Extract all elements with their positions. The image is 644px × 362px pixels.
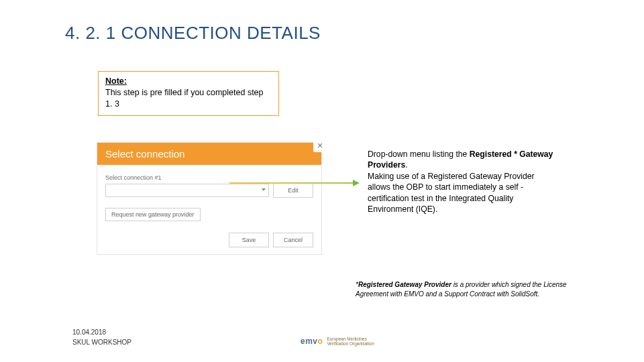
- panel-title: Select connection: [105, 148, 184, 160]
- dropdown-description: Drop-down menu listing the Registered * …: [368, 149, 555, 215]
- desc-period: .: [405, 160, 407, 170]
- request-gateway-button[interactable]: Request new gateway provider: [105, 208, 201, 221]
- footer-event: SKUL WORKSHOP: [72, 337, 131, 347]
- logo-mark: emvo: [301, 337, 323, 346]
- connection-field-label: Select connection #1: [105, 174, 313, 181]
- chevron-down-icon: [262, 188, 266, 191]
- footnote: *Registered Gateway Provider is a provid…: [356, 280, 577, 298]
- connection-select[interactable]: [105, 184, 269, 197]
- connection-field-row: Edit: [105, 183, 313, 198]
- cancel-button[interactable]: Cancel: [273, 233, 313, 247]
- section-heading: 4. 2. 1 CONNECTION DETAILS: [65, 23, 321, 44]
- close-icon[interactable]: ×: [313, 139, 327, 152]
- panel-footer: Save Cancel: [229, 233, 313, 247]
- desc-line2: Making use of a Registered Gateway Provi…: [368, 172, 535, 214]
- note-label: Note:: [105, 76, 272, 87]
- logo-accent: o: [318, 337, 323, 346]
- footer-meta: 10.04.2018 SKUL WORKSHOP: [72, 327, 131, 347]
- logo-primary: emv: [301, 337, 318, 346]
- panel-header: Select connection ×: [97, 143, 321, 165]
- select-connection-panel: Select connection × Select connection #1…: [97, 142, 322, 255]
- footer-logo: emvo European Medicines Verification Org…: [301, 337, 374, 346]
- arrow-head-icon: [353, 180, 360, 186]
- desc-line1: Drop-down menu listing the: [368, 149, 470, 159]
- logo-sub1: European Medicines: [327, 337, 374, 341]
- footer-date: 10.04.2018: [72, 327, 131, 337]
- panel-body: Select connection #1 Edit Request new ga…: [97, 165, 321, 227]
- save-button[interactable]: Save: [229, 233, 269, 247]
- logo-sub2: Verification Organisation: [327, 341, 374, 346]
- note-box: Note: This step is pre filled if you com…: [98, 71, 279, 116]
- logo-subtext: European Medicines Verification Organisa…: [327, 337, 374, 346]
- edit-button[interactable]: Edit: [273, 183, 313, 198]
- note-body: This step is pre filled if you completed…: [105, 88, 264, 109]
- footnote-bold: Registered Gateway Provider: [358, 281, 451, 288]
